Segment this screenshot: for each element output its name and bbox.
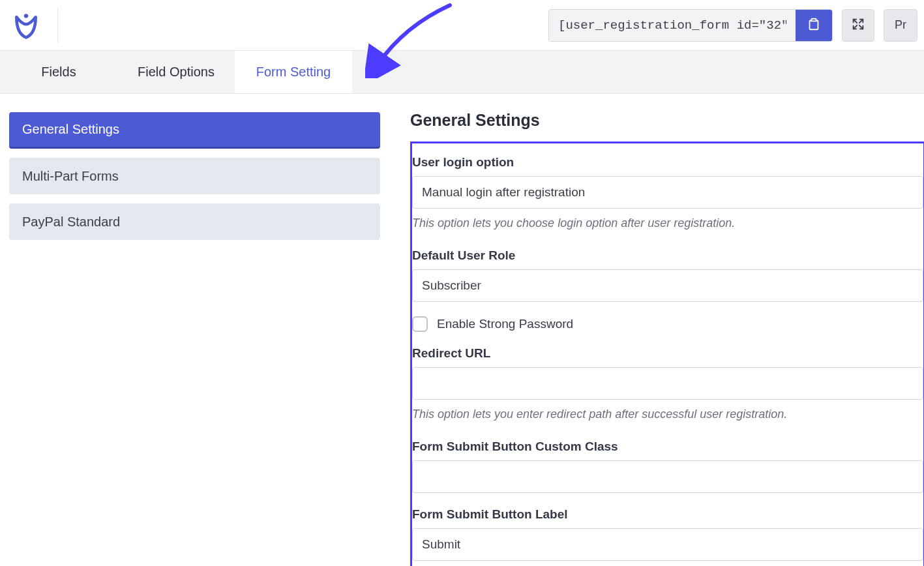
field-submit-button-class: Form Submit Button Custom Class — [412, 436, 923, 493]
sidebar-item-paypal-standard[interactable]: PayPal Standard — [9, 203, 380, 240]
fullscreen-icon — [851, 17, 865, 33]
tabs-row: Fields Field Options Form Setting — [0, 51, 924, 94]
sidebar-item-label: General Settings — [22, 122, 119, 137]
sidebar-item-general-settings[interactable]: General Settings — [9, 112, 380, 149]
topbar: Pr — [0, 0, 924, 51]
preview-label: Pr — [895, 18, 906, 32]
field-default-user-role: Default User Role — [412, 245, 923, 302]
tab-form-setting[interactable]: Form Setting — [235, 51, 352, 93]
settings-content: General Settings User login option This … — [389, 94, 924, 566]
help-text: This option lets you choose login option… — [412, 209, 923, 241]
default-user-role-select[interactable] — [412, 269, 923, 302]
settings-sidebar: General Settings Multi-Part Forms PayPal… — [0, 94, 389, 566]
field-label: Form Submit Button Custom Class — [412, 436, 923, 460]
shortcode-box — [548, 9, 833, 42]
help-text: This option lets you enter redirect path… — [412, 400, 923, 432]
checkbox-label: Enable Strong Password — [437, 317, 573, 331]
tab-label: Field Options — [138, 65, 215, 80]
submit-button-class-input[interactable] — [412, 460, 923, 493]
settings-panel: User login option This option lets you c… — [410, 142, 924, 566]
shortcode-toolbar: Pr — [548, 9, 924, 42]
user-login-option-select[interactable] — [412, 176, 923, 209]
app-logo — [12, 11, 40, 40]
field-label: User login option — [412, 151, 923, 176]
topbar-separator — [57, 8, 58, 43]
shortcode-input[interactable] — [549, 10, 796, 41]
tab-fields[interactable]: Fields — [0, 51, 117, 93]
sidebar-item-multi-part-forms[interactable]: Multi-Part Forms — [9, 158, 380, 194]
field-label: Default User Role — [412, 245, 923, 269]
sidebar-item-label: PayPal Standard — [22, 215, 120, 230]
redirect-url-input[interactable] — [412, 367, 923, 400]
clipboard-icon — [807, 17, 821, 33]
field-redirect-url: Redirect URL This option lets you enter … — [412, 342, 923, 432]
copy-shortcode-button[interactable] — [796, 10, 832, 41]
preview-button[interactable]: Pr — [884, 9, 917, 42]
field-submit-button-label: Form Submit Button Label — [412, 503, 923, 561]
sidebar-item-label: Multi-Part Forms — [22, 169, 119, 184]
field-label: Redirect URL — [412, 342, 923, 367]
strong-password-checkbox[interactable] — [412, 316, 428, 332]
field-user-login-option: User login option This option lets you c… — [412, 151, 923, 241]
fullscreen-button[interactable] — [842, 9, 874, 42]
svg-point-0 — [24, 14, 28, 18]
field-enable-strong-password: Enable Strong Password — [412, 306, 923, 342]
submit-button-label-input[interactable] — [412, 528, 923, 561]
tab-label: Fields — [41, 65, 76, 80]
field-label: Form Submit Button Label — [412, 503, 923, 528]
tab-label: Form Setting — [256, 65, 331, 80]
page-title: General Settings — [410, 111, 924, 130]
tab-field-options[interactable]: Field Options — [117, 51, 235, 93]
